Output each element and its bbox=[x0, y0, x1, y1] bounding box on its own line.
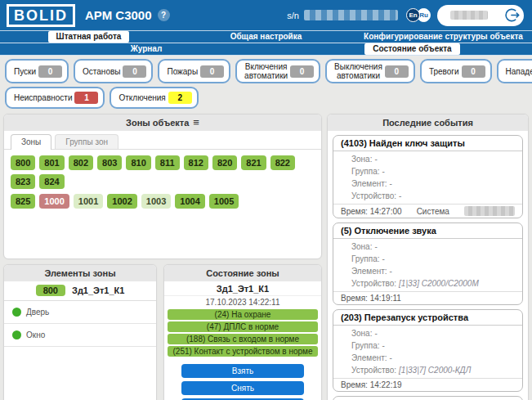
zones-tab-0[interactable]: Зоны bbox=[11, 134, 51, 150]
nav-tab-row2-0[interactable]: Журнал bbox=[123, 43, 171, 55]
counter-chip[interactable]: Отключения2 bbox=[110, 87, 198, 109]
elements-panel-header: Элементы зоны bbox=[4, 265, 156, 281]
zone-button-1001[interactable]: 1001 bbox=[74, 194, 103, 209]
zone-button-1003[interactable]: 1003 bbox=[141, 194, 171, 209]
counter-badge: 1 bbox=[74, 92, 98, 104]
zone-button-810[interactable]: 810 bbox=[126, 155, 150, 170]
zone-actions: ВзятьСнятьСброс тревогВключить bbox=[164, 358, 321, 400]
zone-button-800[interactable]: 800 bbox=[11, 155, 35, 170]
status-bars: (24) На охране(47) ДПЛС в норме(188) Свя… bbox=[164, 309, 321, 357]
event-fields: Зона:-Группа:-Элемент:-Устройство:- bbox=[333, 151, 522, 204]
zones-tab-1[interactable]: Группы зон bbox=[55, 134, 118, 149]
event-field-value: - bbox=[399, 191, 401, 200]
event-field-element: Элемент:- bbox=[333, 352, 522, 364]
counter-chip[interactable]: Пуски0 bbox=[5, 59, 69, 83]
element-list-item[interactable]: Дверь bbox=[4, 301, 156, 324]
counter-badge: 0 bbox=[385, 65, 409, 78]
event-field-value: [1|33] С2000/С2000М bbox=[399, 279, 479, 288]
zone-row: 825100010011002100310041005 bbox=[11, 194, 315, 209]
event-field-value: - bbox=[374, 242, 377, 251]
language-toggle: En Ru bbox=[406, 8, 431, 22]
element-label: Дверь bbox=[26, 308, 49, 317]
event-field-device: Устройство:- bbox=[333, 190, 522, 202]
event-source: Система bbox=[402, 207, 464, 216]
event-footer: Время: 14:22:19 bbox=[333, 378, 522, 391]
state-panel-title: Состояние зоны bbox=[206, 268, 279, 278]
zone-button-825[interactable]: 825 bbox=[11, 194, 35, 209]
event-field-value: - bbox=[390, 353, 392, 362]
nav-tab-row1-2[interactable]: Конфигурирование структуры объекта bbox=[355, 31, 531, 43]
zone-button-803[interactable]: 803 bbox=[97, 155, 122, 170]
action-button-1[interactable]: Снять bbox=[181, 381, 304, 395]
counter-chip[interactable]: Нападения0 bbox=[497, 59, 532, 83]
element-list-item[interactable]: Окно bbox=[4, 324, 156, 347]
event-card[interactable]: (5) Отключение звукаЗона:-Группа:-Элемен… bbox=[333, 222, 523, 305]
event-card[interactable]: (203) Перезапуск устройстваЗона:-Группа:… bbox=[333, 309, 523, 392]
event-title: (4103) Найден ключ защиты bbox=[333, 136, 522, 151]
counter-chip[interactable]: Остановы0 bbox=[74, 59, 153, 83]
zone-button-822[interactable]: 822 bbox=[270, 155, 295, 170]
event-footer: Время: 14:19:11 bbox=[333, 291, 522, 304]
nav-row-2: ЖурналСостояние объекта bbox=[0, 43, 532, 56]
counter-label: Неисправности bbox=[11, 93, 74, 102]
counter-badge: 2 bbox=[168, 92, 192, 104]
nav-cell: Состояние объекта bbox=[293, 43, 532, 55]
zone-button-811[interactable]: 811 bbox=[155, 155, 180, 170]
zone-button-823[interactable]: 823 bbox=[11, 174, 35, 189]
zone-badge[interactable]: 800 bbox=[36, 285, 65, 296]
event-field-value: - bbox=[374, 155, 377, 164]
zone-button-820[interactable]: 820 bbox=[212, 155, 237, 170]
zone-status-bar: (24) На охране bbox=[168, 309, 318, 320]
event-field-label: Элемент: bbox=[351, 267, 387, 276]
zone-button-1000[interactable]: 1000 bbox=[39, 194, 69, 209]
event-field-value: - bbox=[382, 167, 384, 176]
user-pill[interactable] bbox=[437, 5, 524, 26]
counter-badge: 0 bbox=[462, 65, 485, 78]
event-card[interactable]: (4103) Найден ключ защитыЗона:-Группа:-Э… bbox=[333, 135, 523, 218]
counter-label: Отключения bbox=[116, 93, 168, 102]
state-panel-header: Состояние зоны bbox=[164, 265, 321, 281]
nav-tab-row1-1[interactable]: Общая настройка bbox=[222, 31, 311, 43]
nav-tab-row2-1[interactable]: Состояние объекта bbox=[364, 43, 459, 55]
counter-badge: 0 bbox=[123, 65, 146, 78]
state-zone-name: Зд1_Эт1_К1 bbox=[164, 281, 321, 296]
zone-button-1004[interactable]: 1004 bbox=[175, 194, 204, 209]
counter-label: Пожары bbox=[164, 67, 200, 76]
counter-chip[interactable]: Неисправности1 bbox=[5, 87, 105, 109]
counter-chip[interactable]: Тревоги0 bbox=[420, 59, 492, 83]
counter-chip[interactable]: Включения автоматики0 bbox=[235, 59, 320, 83]
event-field-label: Элемент: bbox=[351, 179, 387, 188]
help-icon[interactable]: ? bbox=[158, 9, 170, 21]
zone-button-1005[interactable]: 1005 bbox=[209, 194, 239, 209]
counter-label: Нападения bbox=[503, 67, 532, 76]
status-dot-icon bbox=[12, 308, 21, 317]
zone-button-824[interactable]: 824 bbox=[39, 174, 64, 189]
zone-status-bar: (251) Контакт с устройством в норме bbox=[168, 346, 318, 357]
event-time: Время: 14:22:19 bbox=[341, 380, 402, 389]
event-field-value: [1|33|7] С2000-КДЛ bbox=[399, 366, 471, 375]
zone-button-801[interactable]: 801 bbox=[39, 155, 64, 170]
nav-tab-row1-0[interactable]: Штатная работа bbox=[48, 31, 130, 43]
zone-button-821[interactable]: 821 bbox=[241, 155, 266, 170]
event-title: (203) Перезапуск устройства bbox=[333, 310, 522, 326]
nav-cell: Штатная работа bbox=[0, 31, 177, 43]
zone-elements-panel: Элементы зоны 800 Зд1_Эт1_К1 ДверьОкно bbox=[3, 264, 157, 400]
nav-cell: Журнал bbox=[0, 43, 293, 55]
event-field-value: - bbox=[382, 341, 384, 350]
zone-button-1002[interactable]: 1002 bbox=[107, 194, 136, 209]
menu-icon[interactable]: ≡ bbox=[193, 119, 199, 127]
zone-button-802[interactable]: 802 bbox=[69, 155, 93, 170]
event-field-device: Устройство:[1|33] С2000/С2000М bbox=[333, 277, 522, 290]
zone-row: 800801802803810811812820821822823824 bbox=[11, 155, 315, 189]
event-card[interactable]: (251) Восст. контакт с устройствомЗона:-… bbox=[333, 396, 523, 400]
lang-en-button[interactable]: En bbox=[406, 8, 420, 22]
counter-badge: 0 bbox=[38, 65, 62, 78]
zone-rows: 8008018028038108118128208218228238248251… bbox=[4, 150, 321, 219]
counter-chip[interactable]: Пожары0 bbox=[158, 59, 230, 83]
logout-icon[interactable] bbox=[505, 7, 521, 23]
bottom-row: Элементы зоны 800 Зд1_Эт1_К1 ДверьОкно С… bbox=[3, 264, 322, 400]
action-button-0[interactable]: Взять bbox=[181, 364, 304, 378]
zone-button-812[interactable]: 812 bbox=[184, 155, 208, 170]
counter-chip[interactable]: Выключения автоматики0 bbox=[325, 59, 415, 83]
left-column: Зоны объекта ≡ ЗоныГруппы зон 8008018028… bbox=[3, 114, 322, 400]
